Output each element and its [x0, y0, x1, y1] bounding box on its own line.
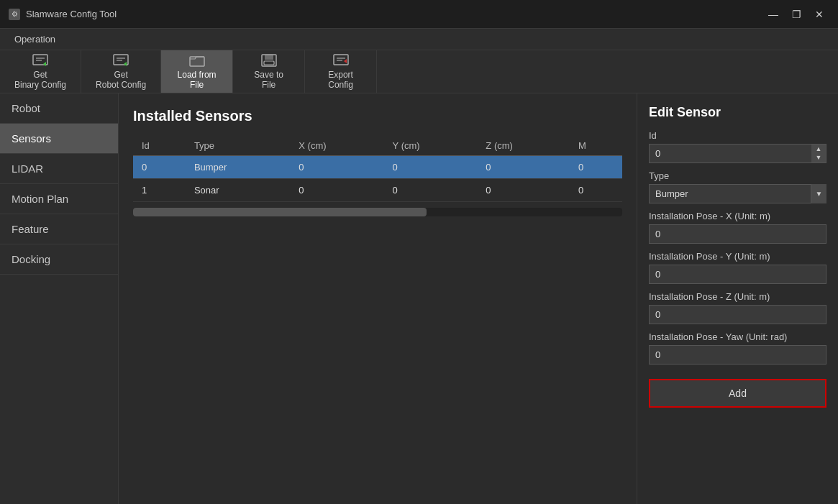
- cell-x-0: 0: [290, 156, 383, 179]
- cell-m-1: 0: [570, 179, 622, 202]
- pose-yaw-input[interactable]: [649, 345, 826, 365]
- sidebar-item-sensors[interactable]: Sensors: [0, 124, 118, 154]
- save-to-file-icon: [261, 54, 277, 67]
- sidebar-item-motion-plan[interactable]: Motion Plan: [0, 184, 118, 214]
- pose-y-label: Installation Pose - Y (Unit: m): [649, 251, 826, 262]
- content-area: Installed Sensors Id Type X (cm) Y (cm) …: [119, 93, 838, 504]
- spinner-buttons: ▲ ▼: [811, 144, 826, 163]
- load-from-file-label: Load fromFile: [178, 70, 217, 90]
- sensor-table: Id Type X (cm) Y (cm) Z (cm) M 0 Bumper …: [133, 136, 622, 202]
- spinner-up-button[interactable]: ▲: [811, 145, 826, 154]
- svg-marker-7: [124, 62, 127, 66]
- svg-rect-11: [264, 61, 274, 65]
- cell-m-0: 0: [570, 156, 622, 179]
- cell-z-0: 0: [477, 156, 570, 179]
- cell-type-1: Sonar: [186, 179, 290, 202]
- toolbar: GetBinary Config GetRobot Config Load fr…: [0, 50, 838, 93]
- svg-marker-15: [344, 59, 347, 63]
- installed-sensors-title: Installed Sensors: [133, 108, 622, 124]
- close-button[interactable]: ✕: [809, 4, 829, 24]
- save-to-file-button[interactable]: Save toFile: [233, 50, 305, 93]
- minimize-button[interactable]: —: [763, 4, 783, 24]
- sidebar-item-feature[interactable]: Feature: [0, 214, 118, 244]
- id-field-label: Id: [649, 130, 826, 141]
- sidebar-item-robot[interactable]: Robot: [0, 93, 118, 124]
- col-x: X (cm): [290, 136, 383, 156]
- pose-yaw-label: Installation Pose - Yaw (Unit: rad): [649, 331, 826, 342]
- id-input[interactable]: [649, 144, 811, 163]
- load-from-file-icon: [189, 54, 205, 67]
- export-config-label: ExportConfig: [328, 70, 353, 90]
- pose-z-label: Installation Pose - Z (Unit: m): [649, 291, 826, 302]
- export-config-icon: [333, 54, 349, 67]
- pose-x-input[interactable]: [649, 224, 826, 244]
- cell-id-1: 1: [133, 179, 186, 202]
- cell-type-0: Bumper: [186, 156, 290, 179]
- menu-bar: Operation: [0, 29, 838, 50]
- title-bar-left: ⚙ Slamware Config Tool: [9, 9, 117, 20]
- edit-sensor-title: Edit Sensor: [649, 105, 826, 120]
- cell-id-0: 0: [133, 156, 186, 179]
- sidebar-item-docking[interactable]: Docking: [0, 244, 118, 275]
- save-to-file-label: Save toFile: [254, 70, 283, 90]
- get-robot-config-label: GetRobot Config: [96, 70, 146, 90]
- get-binary-config-icon: [32, 54, 48, 67]
- table-row[interactable]: 0 Bumper 0 0 0 0: [133, 156, 622, 179]
- type-field-label: Type: [649, 170, 826, 181]
- table-row[interactable]: 1 Sonar 0 0 0 0: [133, 179, 622, 202]
- get-binary-config-button[interactable]: GetBinary Config: [0, 50, 81, 93]
- title-bar: ⚙ Slamware Config Tool — ❐ ✕: [0, 0, 838, 29]
- col-y: Y (cm): [384, 136, 478, 156]
- pose-x-label: Installation Pose - X (Unit: m): [649, 211, 826, 221]
- pose-z-input[interactable]: [649, 305, 826, 324]
- main-layout: Robot Sensors LIDAR Motion Plan Feature …: [0, 93, 838, 504]
- col-z: Z (cm): [477, 136, 570, 156]
- app-icon: ⚙: [9, 9, 20, 20]
- svg-rect-8: [190, 57, 204, 66]
- sensor-table-area: Installed Sensors Id Type X (cm) Y (cm) …: [119, 93, 637, 504]
- sidebar-item-lidar[interactable]: LIDAR: [0, 154, 118, 184]
- add-button[interactable]: Add: [649, 379, 826, 408]
- load-from-file-button[interactable]: Load fromFile: [161, 50, 233, 93]
- type-select-wrapper: Bumper Sonar IR Ultrasonic ▼: [649, 184, 826, 203]
- svg-marker-3: [43, 62, 46, 66]
- get-binary-config-label: GetBinary Config: [14, 70, 66, 90]
- col-m: M: [570, 136, 622, 156]
- table-header-row: Id Type X (cm) Y (cm) Z (cm) M: [133, 136, 622, 156]
- edit-sensor-panel: Edit Sensor Id ▲ ▼ Type Bumper Sonar IR …: [637, 93, 838, 504]
- col-type: Type: [186, 136, 290, 156]
- spinner-down-button[interactable]: ▼: [811, 154, 826, 163]
- cell-x-1: 0: [290, 179, 383, 202]
- export-config-button[interactable]: ExportConfig: [305, 50, 377, 93]
- type-select[interactable]: Bumper Sonar IR Ultrasonic: [649, 184, 826, 203]
- id-spinner: ▲ ▼: [649, 144, 826, 163]
- get-robot-config-icon: [113, 54, 129, 67]
- title-bar-controls: — ❐ ✕: [763, 4, 829, 24]
- cell-z-1: 0: [477, 179, 570, 202]
- col-id: Id: [133, 136, 186, 156]
- pose-y-input[interactable]: [649, 265, 826, 284]
- horizontal-scrollbar[interactable]: [133, 208, 622, 216]
- cell-y-0: 0: [384, 156, 478, 179]
- cell-y-1: 0: [384, 179, 478, 202]
- scroll-thumb[interactable]: [133, 208, 427, 216]
- menu-operation[interactable]: Operation: [6, 31, 64, 47]
- get-robot-config-button[interactable]: GetRobot Config: [81, 50, 161, 93]
- sidebar: Robot Sensors LIDAR Motion Plan Feature …: [0, 93, 119, 504]
- svg-rect-10: [265, 55, 273, 60]
- restore-button[interactable]: ❐: [786, 4, 806, 24]
- app-title: Slamware Config Tool: [26, 9, 117, 19]
